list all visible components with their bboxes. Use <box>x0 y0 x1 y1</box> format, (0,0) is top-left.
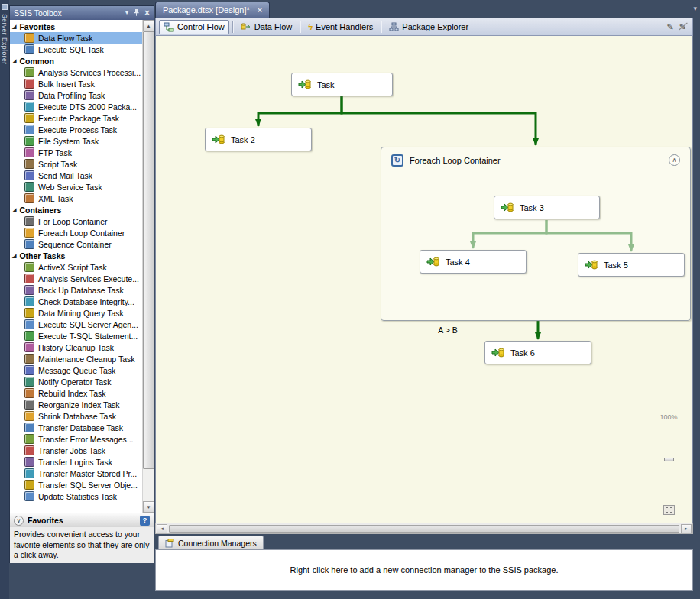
server-explorer-tab[interactable]: Server Explorer <box>1 14 8 65</box>
tab-control-flow[interactable]: Control Flow <box>159 20 229 34</box>
toolbox-item[interactable]: Data Flow Task <box>10 32 142 44</box>
category-expanded-triangle-icon[interactable]: ◢ <box>12 58 16 64</box>
toolbox-item[interactable]: Web Service Task <box>10 181 142 193</box>
node-task3[interactable]: Task 3 <box>494 196 600 219</box>
toolbox-item[interactable]: Rebuild Index Task <box>10 387 142 399</box>
toolbox-category[interactable]: ◢Other Tasks <box>10 250 142 261</box>
scroll-right-icon[interactable]: ► <box>681 524 692 533</box>
toolbox-item[interactable]: Message Queue Task <box>10 364 142 376</box>
data-flow-task-icon <box>24 33 34 43</box>
toolbox-item[interactable]: Transfer Jobs Task <box>10 445 142 456</box>
toolbox-item[interactable]: Execute DTS 2000 Packa... <box>10 101 142 112</box>
toolbox-item[interactable]: Back Up Database Task <box>10 284 142 296</box>
node-task2[interactable]: Task 2 <box>205 128 312 151</box>
node-task4[interactable]: Task 4 <box>420 250 527 274</box>
pencil-icon[interactable]: ✎ <box>667 22 674 32</box>
connection-managers-tab[interactable]: Connection Managers <box>158 536 264 549</box>
toolbox-item[interactable]: Execute Process Task <box>10 124 142 135</box>
toolbox-item[interactable]: History Cleanup Task <box>10 342 142 353</box>
toolbox-title: SSIS Toolbox <box>14 8 121 18</box>
toolbox-item[interactable]: ActiveX Script Task <box>10 261 142 273</box>
toolbox-item-label: ActiveX Script Task <box>38 263 107 272</box>
toolbox-category[interactable]: ◢Containers <box>10 204 142 215</box>
tab-event-handlers[interactable]: ϟ Event Handlers <box>303 20 378 34</box>
node-task5[interactable]: Task 5 <box>578 253 685 277</box>
toolbox-item[interactable]: Reorganize Index Task <box>10 399 142 410</box>
control-flow-design-surface[interactable]: ↻ Foreach Loop Container ∧ Task Task 2 <box>155 36 693 523</box>
toolbox-category[interactable]: ◢Favorites <box>10 21 142 32</box>
toolbox-item[interactable]: Bulk Insert Task <box>10 78 142 89</box>
window-dropdown-caret-icon[interactable]: ▾ <box>693 5 697 12</box>
foreach-loop-container[interactable]: ↻ Foreach Loop Container ∧ <box>381 147 691 321</box>
toolbox-item[interactable]: Notify Operator Task <box>10 376 142 387</box>
connection-managers-panel[interactable]: Right-click here to add a new connection… <box>155 549 693 591</box>
toolbox-item[interactable]: Check Database Integrity... <box>10 296 142 307</box>
zoom-slider-thumb[interactable] <box>664 458 674 461</box>
node-task[interactable]: Task <box>291 73 393 96</box>
toolbox-item[interactable]: Transfer Logins Task <box>10 456 142 468</box>
toolbox-item[interactable]: Data Mining Query Task <box>10 307 142 319</box>
for-loop-container-icon <box>24 216 34 226</box>
toolbox-item[interactable]: Transfer SQL Server Obje... <box>10 479 142 491</box>
toolbox-rows: ◢FavoritesData Flow TaskExecute SQL Task… <box>10 21 142 502</box>
tab-package-explorer[interactable]: Package Explorer <box>384 20 473 34</box>
horizontal-scrollbar[interactable]: ◄ ► <box>155 523 693 534</box>
document-tab[interactable]: Package.dtsx [Design]* × <box>155 2 270 18</box>
category-expanded-triangle-icon[interactable]: ◢ <box>12 253 16 259</box>
toolbox-item[interactable]: Maintenance Cleanup Task <box>10 353 142 364</box>
task-icon <box>491 347 504 358</box>
toolbox-item[interactable]: FTP Task <box>10 147 142 158</box>
zoom-slider[interactable] <box>664 424 674 502</box>
application-window: Server Explorer SSIS Toolbox ▾ × ◢Favori… <box>0 0 700 599</box>
toolbox-item[interactable]: Script Task <box>10 158 142 170</box>
toolbox-scrollbar[interactable]: ▲ ▼ <box>142 20 154 513</box>
scroll-left-icon[interactable]: ◄ <box>157 524 167 533</box>
toolbox-item[interactable]: Sequence Container <box>10 238 142 250</box>
toolbox-item[interactable]: Analysis Services Execute... <box>10 273 142 284</box>
toolbox-category[interactable]: ◢Common <box>10 55 142 66</box>
collapse-chevron-button[interactable]: ∧ <box>669 154 680 166</box>
toolbox-item-label: Message Queue Task <box>38 366 115 375</box>
category-expanded-triangle-icon[interactable]: ◢ <box>12 207 16 213</box>
collapse-section-icon[interactable]: ∨ <box>14 516 24 526</box>
node-task6[interactable]: Task 6 <box>484 341 591 364</box>
execute-sql-server-agent-job-task-icon <box>24 319 34 329</box>
toolbox-item[interactable]: Execute Package Task <box>10 112 142 124</box>
tab-close-icon[interactable]: × <box>258 5 262 15</box>
scroll-up-icon[interactable]: ▲ <box>143 20 154 31</box>
fit-to-window-button[interactable] <box>663 505 675 515</box>
transfer-logins-task-icon <box>24 457 34 467</box>
window-position-caret-icon[interactable]: ▾ <box>125 10 128 16</box>
toolbox-item[interactable]: Send Mail Task <box>10 170 142 181</box>
toolbox-item[interactable]: Analysis Services Processi... <box>10 66 142 78</box>
help-icon[interactable]: ? <box>140 516 150 526</box>
toolbox-item[interactable]: Execute SQL Task <box>10 44 142 55</box>
tab-data-flow[interactable]: Data Flow <box>236 20 297 34</box>
toolbox-item-label: Maintenance Cleanup Task <box>38 355 134 364</box>
favorites-footer-header[interactable]: ∨ Favorites ? <box>10 513 154 527</box>
hscrollbar-thumb[interactable] <box>169 525 679 533</box>
node-label: Task 6 <box>510 348 535 358</box>
scroll-down-icon[interactable]: ▼ <box>143 501 154 513</box>
toolbox-item[interactable]: Data Profiling Task <box>10 89 142 101</box>
toolbox-item[interactable]: Execute T-SQL Statement... <box>10 330 142 342</box>
pin-icon[interactable] <box>133 8 140 18</box>
toolbox-item[interactable]: Transfer Error Messages... <box>10 433 142 445</box>
toolbox-item[interactable]: Execute SQL Server Agen... <box>10 319 142 330</box>
toolbox-item-label: Web Service Task <box>38 183 102 192</box>
pencil-disabled-icon[interactable]: ✎ <box>679 22 686 32</box>
toolbox-item[interactable]: Transfer Master Stored Pr... <box>10 468 142 479</box>
toolbox-item[interactable]: Shrink Database Task <box>10 410 142 422</box>
category-expanded-triangle-icon[interactable]: ◢ <box>12 24 16 30</box>
scrollbar-thumb[interactable] <box>143 31 154 469</box>
toolbox-item[interactable]: For Loop Container <box>10 215 142 227</box>
toolbox-item-label: Analysis Services Processi... <box>38 68 141 77</box>
toolbox-item[interactable]: File System Task <box>10 135 142 147</box>
shrink-database-task-icon <box>24 411 34 421</box>
toolbox-item[interactable]: Update Statistics Task <box>10 491 142 502</box>
toolbox-item[interactable]: XML Task <box>10 193 142 204</box>
toolbox-item[interactable]: Foreach Loop Container <box>10 227 142 238</box>
rebuild-index-task-icon <box>24 388 34 398</box>
close-icon[interactable]: × <box>144 8 150 18</box>
toolbox-item[interactable]: Transfer Database Task <box>10 422 142 433</box>
